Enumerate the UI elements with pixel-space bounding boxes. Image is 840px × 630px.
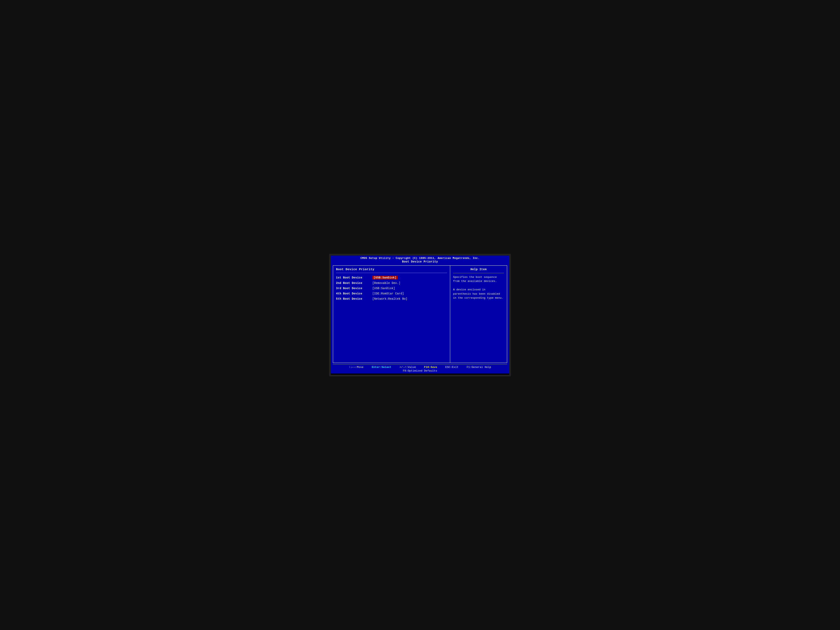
help-title: Help Item bbox=[453, 268, 504, 271]
footer-f10-label: F10:Save bbox=[424, 366, 437, 369]
bios-screen: CMOS Setup Utility - Copyright (C) 1985-… bbox=[331, 256, 509, 374]
boot-device-value-2[interactable]: [Removable Dev.] bbox=[373, 281, 400, 285]
bios-main-content: Boot Device Priority 1st Boot Device[USB… bbox=[333, 265, 507, 363]
boot-device-value-1[interactable]: [USB:SanDisk] bbox=[373, 276, 398, 279]
footer-enter-label: Enter:Select bbox=[372, 366, 391, 369]
bios-header-line1: CMOS Setup Utility - Copyright (C) 1985-… bbox=[333, 257, 507, 260]
bios-footer: ↑↓←→:Move Enter:Select +/-/:Value F10:Sa… bbox=[333, 364, 507, 374]
boot-device-label-3: 3rd Boot Device bbox=[336, 287, 373, 290]
boot-device-row-5[interactable]: 5th Boot Device[Network:Realtek Bo] bbox=[336, 297, 447, 300]
boot-device-label-2: 2nd Boot Device bbox=[336, 281, 373, 285]
footer-line2: F9:Optimized Defaults bbox=[335, 369, 505, 373]
boot-device-value-5[interactable]: [Network:Realtek Bo] bbox=[373, 297, 407, 300]
boot-device-row-4[interactable]: 4th Boot Device[IDE:RomStar Card] bbox=[336, 292, 447, 295]
footer-f9-label: F9:Optimized Defaults bbox=[403, 369, 437, 373]
bios-header: CMOS Setup Utility - Copyright (C) 1985-… bbox=[331, 256, 509, 264]
footer-esc-label: ESC:Exit bbox=[445, 366, 459, 369]
boot-device-label-4: 4th Boot Device bbox=[336, 292, 373, 295]
boot-device-row-3[interactable]: 3rd Boot Device[USB:SanDisk] bbox=[336, 287, 447, 290]
boot-device-list: 1st Boot Device[USB:SanDisk]2nd Boot Dev… bbox=[336, 276, 447, 300]
boot-device-label-5: 5th Boot Device bbox=[336, 297, 373, 300]
boot-device-row-2[interactable]: 2nd Boot Device[Removable Dev.] bbox=[336, 281, 447, 285]
footer-move-label: ↑↓←→:Move bbox=[349, 366, 364, 369]
help-text: Specifies the boot sequence from the ava… bbox=[453, 275, 504, 300]
right-panel: Help Item Specifies the boot sequence fr… bbox=[450, 266, 507, 363]
bios-header-line2: Boot Device Priority bbox=[333, 260, 507, 263]
boot-device-row-1[interactable]: 1st Boot Device[USB:SanDisk] bbox=[336, 276, 447, 279]
boot-device-value-3[interactable]: [USB:SanDisk] bbox=[373, 287, 395, 290]
bios-screen-wrapper: CMOS Setup Utility - Copyright (C) 1985-… bbox=[329, 254, 511, 376]
boot-device-label-1: 1st Boot Device bbox=[336, 276, 373, 279]
footer-f1-label: F1:General Help bbox=[467, 366, 491, 369]
left-panel-divider bbox=[336, 273, 447, 273]
left-panel: Boot Device Priority 1st Boot Device[USB… bbox=[333, 266, 450, 363]
footer-value-label: +/-/:Value bbox=[399, 366, 416, 369]
left-panel-title: Boot Device Priority bbox=[336, 268, 447, 271]
footer-line1: ↑↓←→:Move Enter:Select +/-/:Value F10:Sa… bbox=[335, 366, 505, 369]
boot-device-value-4[interactable]: [IDE:RomStar Card] bbox=[373, 292, 404, 295]
